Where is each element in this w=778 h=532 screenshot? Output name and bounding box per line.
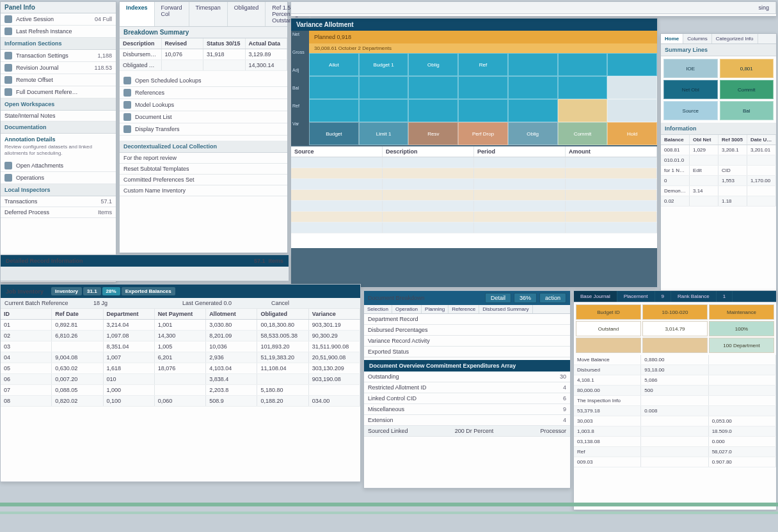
tm-col[interactable]: Period [474, 146, 566, 157]
sidebar-item[interactable]: Revision Journal118.53 [1, 62, 116, 74]
treemap-cell[interactable]: Budget [309, 122, 359, 145]
bb-btn[interactable]: action [539, 293, 566, 303]
bb-link[interactable]: Department Record [364, 314, 570, 325]
table-row[interactable]: Obligated Amount 6,810/07 3,030.8014,300… [120, 60, 287, 71]
rb-col[interactable]: Obl Net [690, 135, 718, 145]
link-operations[interactable]: Operations [1, 172, 116, 184]
table-row[interactable] [291, 157, 657, 168]
rb-tile[interactable]: Bal [720, 101, 774, 120]
table-row[interactable]: 010.01.0 [661, 155, 776, 166]
table-row[interactable] [291, 201, 657, 212]
ba-sub[interactable]: Cancel [271, 300, 356, 306]
treemap-cell[interactable] [607, 53, 657, 76]
table-row[interactable]: 050,630.021,61818,0764,103.0411,108.0430… [1, 363, 360, 374]
ba-tab[interactable]: 28% [102, 287, 120, 295]
table-row[interactable]: 1,003.818.509.0 [574, 426, 776, 437]
bc-tile[interactable]: 3,014.79 [642, 321, 708, 336]
table-row[interactable]: Disbursements10,07631,9183,129.89 [120, 49, 287, 60]
table-row[interactable]: Disbursed93,18.00 [574, 365, 776, 375]
col-head[interactable]: Status 30/15 [203, 38, 246, 49]
treemap-cell[interactable]: Budget 1 [359, 53, 409, 76]
table-row[interactable]: 01,5531,170.00 [661, 176, 776, 186]
bc-tab[interactable]: 9 [655, 291, 671, 302]
link-item[interactable]: Reset Subtotal Templates [120, 164, 287, 175]
bc-tab[interactable]: Rank Balance [671, 291, 717, 302]
col-head[interactable]: Actual Data [246, 38, 288, 49]
bc-tab[interactable]: Base Journal [574, 291, 617, 302]
rb-tab[interactable]: Home [661, 34, 683, 43]
link-attachments[interactable]: Open Attachments [1, 160, 116, 172]
treemap-cell[interactable] [309, 99, 359, 122]
bc-tile[interactable]: 100% [709, 321, 774, 336]
col-head[interactable]: Revised [162, 38, 204, 49]
treemap-cell[interactable]: Commit [558, 122, 608, 145]
treemap-cell[interactable] [359, 99, 409, 122]
link-item[interactable]: Open Scheduled Lookups [120, 75, 287, 87]
rb-col[interactable]: Date Used [747, 135, 776, 145]
table-row[interactable]: Move Balance0,880.00 [574, 355, 776, 365]
treemap-cell[interactable] [508, 53, 558, 76]
tab-0[interactable]: Indexes [120, 2, 155, 26]
table-row[interactable]: 30,0030,053.00 [574, 416, 776, 426]
treemap-cell[interactable]: Allot [309, 53, 359, 76]
link-item[interactable]: Custom Name Inventory [120, 185, 287, 196]
bc-tab[interactable]: 1 [717, 291, 733, 302]
tab-2[interactable]: Timespan [189, 2, 228, 26]
treemap-cell[interactable] [508, 76, 558, 99]
tab-extra[interactable]: sing [752, 2, 776, 13]
ba-sub[interactable]: Current Batch Reference [4, 300, 90, 306]
treemap-cell[interactable]: Limit 1 [359, 122, 409, 145]
treemap-cell[interactable]: Oblig [408, 53, 458, 76]
bb-tab[interactable]: Planning [422, 305, 449, 313]
sidebar-item[interactable]: Remote Offset [1, 74, 116, 86]
bb-tab[interactable]: Disbursed Summary [479, 305, 532, 313]
table-row[interactable]: 53,379.180.008 [574, 406, 776, 416]
table-row[interactable]: 4,108.15,086 [574, 375, 776, 386]
bb-link[interactable]: Variance Record Activity [364, 336, 570, 347]
ba-col[interactable]: Allotment [206, 309, 257, 319]
link-item[interactable]: Document List [120, 111, 287, 123]
treemap-cell[interactable] [359, 76, 409, 99]
link-item[interactable]: Committed Preferences Set [120, 175, 287, 185]
tm-col[interactable]: Amount [566, 146, 657, 157]
ba-sub[interactable]: Last Generated 0.0 [182, 300, 267, 306]
ba-col[interactable]: Variance [309, 309, 360, 319]
sidebar-item[interactable]: Active Session04 Full [1, 13, 116, 26]
bc-tile[interactable]: 100 Department [709, 338, 774, 353]
ba-col[interactable]: ID [1, 309, 52, 319]
bc-tile[interactable]: Maintenance [709, 304, 774, 320]
table-row[interactable] [291, 223, 657, 233]
ba-col[interactable]: Net Payment [155, 309, 206, 319]
table-row[interactable]: Demonstration3.14 [661, 186, 776, 196]
table-row[interactable]: The Inspection Info [574, 396, 776, 406]
tm-col[interactable]: Description [383, 146, 474, 157]
sidebar-item[interactable]: Transactions57.1 [1, 196, 116, 207]
rb-col[interactable]: Balance [661, 135, 690, 145]
rb-tile[interactable]: Source [663, 101, 718, 120]
table-row[interactable] [291, 168, 657, 179]
rb-tab[interactable]: Categorized Info [712, 34, 758, 43]
rb-tile[interactable]: Net Obl [663, 80, 718, 99]
table-row[interactable]: 026,810.261,097.0814,3008,201.0958,533.0… [1, 331, 360, 341]
table-row[interactable] [291, 179, 657, 190]
bc-tile[interactable] [576, 338, 641, 353]
ba-tab[interactable]: Inventory [51, 287, 82, 295]
bb-link[interactable]: Exported Status [364, 347, 570, 357]
rb-tile[interactable]: 0,801 [720, 59, 774, 78]
table-row[interactable]: 0.021.18 [661, 196, 776, 207]
table-row[interactable]: 060,007.200103,838.4903,190.08 [1, 374, 360, 385]
rb-tile[interactable]: Commit [720, 80, 774, 99]
col-head[interactable]: Description [120, 38, 162, 49]
treemap-cell[interactable] [458, 99, 508, 122]
sidebar-item[interactable]: Full Document Reference [1, 86, 116, 98]
bb-btn[interactable]: Detail [485, 293, 511, 303]
treemap-cell[interactable] [408, 99, 458, 122]
bb-tab[interactable]: Reference [449, 305, 479, 313]
treemap-cell[interactable]: Perf Drop [458, 122, 508, 145]
link-item[interactable]: Model Lookups [120, 99, 287, 111]
table-row[interactable] [291, 190, 657, 201]
treemap-cell[interactable]: Ref [458, 53, 508, 76]
treemap-grid[interactable]: AllotBudget 1ObligRefBudgetLimit 1ResvPe… [309, 53, 657, 145]
table-row[interactable]: 049,004.081,0076,2012,93651,19,383.2020,… [1, 352, 360, 363]
bc-tab[interactable]: Placement [617, 291, 655, 302]
